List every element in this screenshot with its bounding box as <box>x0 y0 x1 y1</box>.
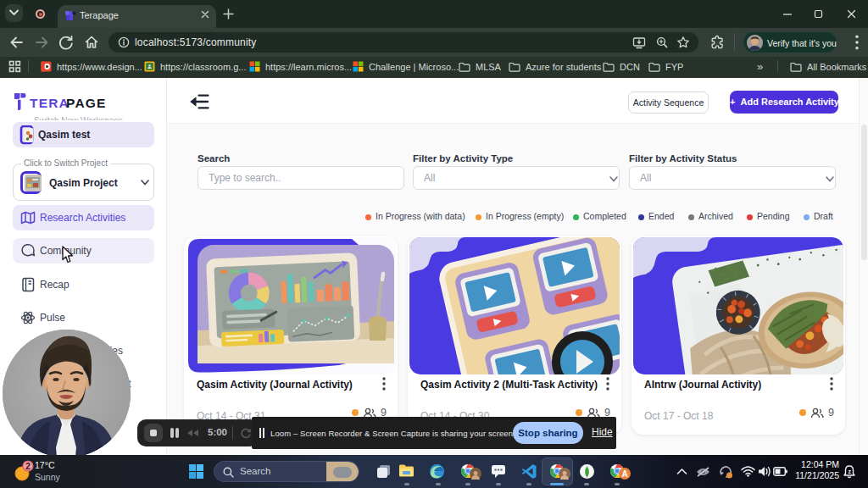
svg-text:TERA: TERA <box>30 96 70 110</box>
svg-text:A: A <box>621 469 627 479</box>
svg-text:PAGE: PAGE <box>66 96 107 110</box>
svg-text:2: 2 <box>25 462 31 471</box>
svg-text:z: z <box>848 469 851 474</box>
